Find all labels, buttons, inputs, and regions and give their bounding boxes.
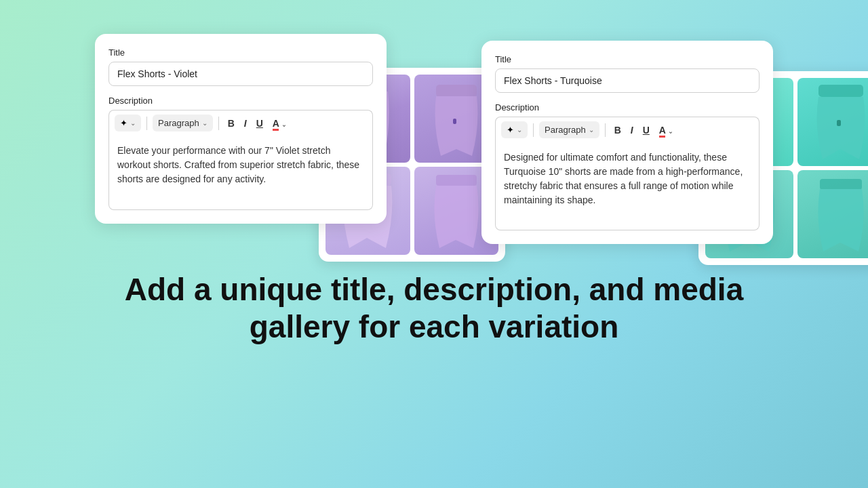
turquoise-image-2	[797, 78, 869, 166]
main-container: Title Description ✦ ⌄ Paragraph ⌄	[0, 0, 868, 488]
bottom-text: Add a unique title, description, and med…	[111, 271, 757, 346]
turquoise-sparkle-button[interactable]: ✦ ⌄	[501, 121, 528, 138]
violet-sparkle-button[interactable]: ✦ ⌄	[115, 115, 141, 131]
violet-paragraph-button[interactable]: Paragraph ⌄	[153, 115, 213, 131]
turquoise-form-card: Title Description ✦ ⌄ Paragraph ⌄	[481, 41, 773, 244]
violet-description-area[interactable]: Elevate your performance with our 7" Vio…	[108, 136, 373, 210]
violet-color-button[interactable]: A ⌄	[269, 115, 290, 131]
bottom-text-line1: Add a unique title, description, and med…	[125, 272, 743, 307]
turquoise-description-area[interactable]: Designed for ultimate comfort and functi…	[495, 142, 760, 230]
turquoise-title-input[interactable]	[495, 68, 760, 93]
toolbar-divider-4	[605, 123, 606, 137]
violet-title-label: Title	[108, 47, 373, 58]
turquoise-italic-button[interactable]: I	[627, 122, 637, 138]
svg-rect-1	[436, 85, 477, 97]
sparkle-chevron-icon: ⌄	[130, 119, 136, 127]
paragraph-chevron-icon-2: ⌄	[589, 126, 594, 134]
turquoise-toolbar: ✦ ⌄ Paragraph ⌄ B I U A ⌄	[495, 117, 760, 142]
paragraph-chevron-icon: ⌄	[202, 119, 208, 127]
svg-rect-6	[818, 85, 863, 97]
turquoise-underline-button[interactable]: U	[639, 122, 653, 138]
sparkle-icon-2: ✦	[507, 125, 514, 135]
turquoise-description-text: Designed for ultimate comfort and functi…	[504, 152, 743, 205]
paragraph-label-2: Paragraph	[545, 125, 586, 135]
turquoise-description-label: Description	[495, 102, 760, 113]
turquoise-paragraph-button[interactable]: Paragraph ⌄	[539, 121, 599, 138]
violet-title-input[interactable]	[108, 62, 373, 86]
svg-rect-9	[820, 179, 862, 190]
svg-rect-2	[453, 119, 456, 124]
violet-italic-button[interactable]: I	[241, 115, 250, 131]
violet-description-label: Description	[108, 96, 373, 106]
violet-underline-button[interactable]: U	[253, 115, 267, 131]
violet-bold-button[interactable]: B	[224, 115, 238, 131]
toolbar-divider-3	[533, 123, 534, 137]
paragraph-label: Paragraph	[158, 118, 199, 128]
turquoise-title-label: Title	[495, 54, 760, 64]
turquoise-bold-button[interactable]: B	[611, 122, 625, 138]
toolbar-divider-2	[218, 117, 219, 130]
turquoise-color-button[interactable]: A ⌄	[656, 122, 677, 138]
toolbar-divider-1	[146, 117, 147, 130]
violet-toolbar: ✦ ⌄ Paragraph ⌄ B I U A ⌄	[108, 110, 373, 136]
sparkle-icon: ✦	[120, 118, 127, 128]
svg-rect-7	[837, 120, 841, 126]
turquoise-image-4	[797, 170, 869, 258]
svg-rect-4	[436, 175, 477, 186]
turquoise-card-wrapper: Title Description ✦ ⌄ Paragraph ⌄	[481, 41, 773, 244]
violet-form-card: Title Description ✦ ⌄ Paragraph ⌄	[95, 34, 387, 224]
cards-row: Title Description ✦ ⌄ Paragraph ⌄	[95, 34, 773, 244]
violet-description-text: Elevate your performance with our 7" Vio…	[117, 145, 359, 184]
sparkle-chevron-icon-2: ⌄	[517, 126, 522, 134]
bottom-text-line2: gallery for each variation	[250, 309, 619, 344]
violet-card-wrapper: Title Description ✦ ⌄ Paragraph ⌄	[95, 34, 387, 224]
